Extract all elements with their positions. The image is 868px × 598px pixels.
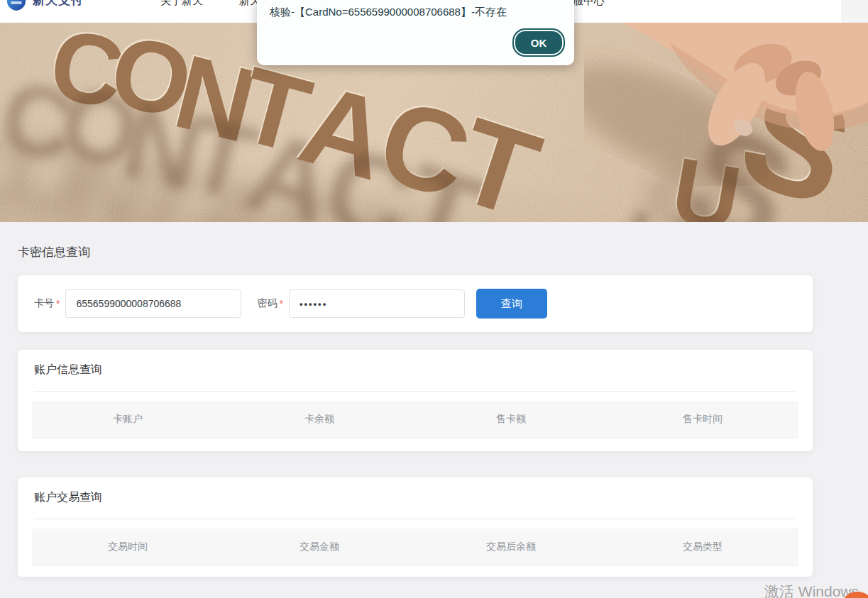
query-button[interactable]: 查询 xyxy=(476,289,547,319)
account-info-title: 账户信息查询 xyxy=(34,362,102,377)
alert-dialog: 核验-【CardNo=6556599000008706688】-不存在 OK xyxy=(257,0,574,65)
divider xyxy=(34,519,796,519)
logo-text: 新天支付 xyxy=(33,0,84,9)
hand-graphic xyxy=(584,23,868,186)
activate-windows-watermark: 激活 Windows xyxy=(764,582,859,598)
page-title: 卡密信息查询 xyxy=(18,244,90,260)
query-form-row: 卡号 * 密码 * 查询 xyxy=(18,289,813,319)
query-form-card: 卡号 * 密码 * 查询 xyxy=(18,275,813,332)
column-header-txn-type: 交易类型 xyxy=(607,541,798,553)
ok-button[interactable]: OK xyxy=(512,28,565,57)
password-required-asterisk: * xyxy=(279,298,282,309)
column-header-sale-amount: 售卡额 xyxy=(415,413,607,426)
transactions-header-row: 交易时间 交易金额 交易后余额 交易类型 xyxy=(32,528,798,566)
logo[interactable]: 新天支付 xyxy=(6,0,84,11)
account-info-card: 账户信息查询 卡账户 卡余额 售卡额 售卡时间 xyxy=(18,350,813,451)
column-header-txn-amount: 交易金额 xyxy=(224,541,415,553)
card-no-label: 卡号 xyxy=(34,297,54,310)
column-header-card-account: 卡账户 xyxy=(32,413,224,426)
password-input[interactable] xyxy=(289,289,465,318)
divider xyxy=(34,391,796,392)
column-header-txn-balance-after: 交易后余额 xyxy=(415,541,607,553)
logo-icon xyxy=(6,0,27,11)
account-info-header-row: 卡账户 卡余额 售卡额 售卡时间 xyxy=(32,401,798,438)
password-label: 密码 xyxy=(257,297,277,310)
column-header-sale-time: 售卡时间 xyxy=(607,413,798,426)
card-no-required-asterisk: * xyxy=(56,298,60,309)
header-right-gap xyxy=(841,0,868,23)
transactions-card: 账户交易查询 交易时间 交易金额 交易后余额 交易类型 xyxy=(18,477,813,577)
alert-message: 核验-【CardNo=6556599000008706688】-不存在 xyxy=(270,6,507,19)
column-header-card-balance: 卡余额 xyxy=(224,413,415,426)
nav-item-about[interactable]: 关于新天 xyxy=(160,0,203,8)
card-no-input[interactable] xyxy=(65,289,241,318)
column-header-txn-time: 交易时间 xyxy=(32,541,224,553)
transactions-title: 账户交易查询 xyxy=(34,490,102,505)
